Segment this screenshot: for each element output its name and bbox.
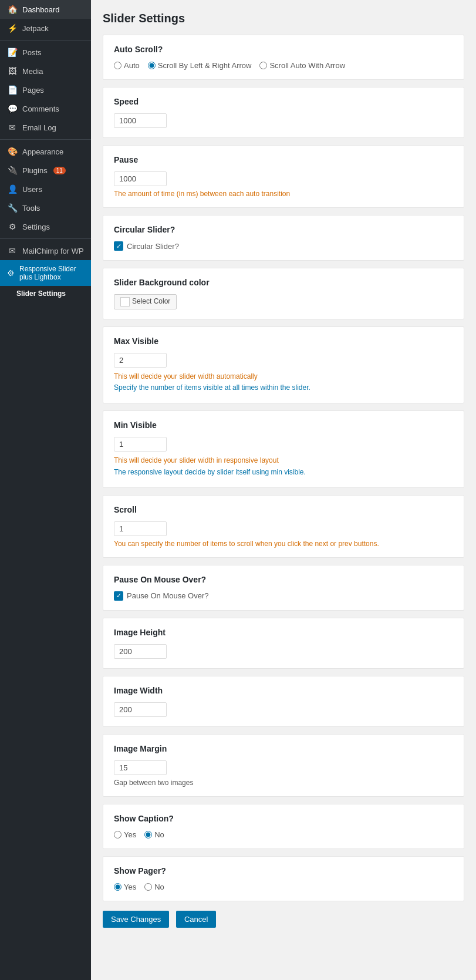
plugins-icon: 🔌 [7,166,18,175]
radio-scroll-auto-arrow[interactable] [259,62,267,69]
pause-mouse-over-title: Pause On Mouse Over? [114,575,453,584]
max-visible-help-line2: Specify the number of items visible at a… [114,382,453,393]
comments-icon: 💬 [7,104,18,113]
section-circular-slider: Circular Slider? ✓ Circular Slider? [103,215,464,261]
pause-help: The amount of time (in ms) between each … [114,190,453,198]
show-pager-no[interactable]: No [144,883,164,891]
max-visible-help-line1: This will decide your slider width autom… [114,371,453,382]
auto-scroll-scroll-lr[interactable]: Scroll By Left & Right Arrow [148,61,252,70]
save-button[interactable]: Save Changes [103,911,169,928]
sidebar-item-appearance[interactable]: 🎨 Appearance [0,142,91,161]
section-max-visible: Max Visible This will decide your slider… [103,326,464,403]
image-height-input[interactable] [114,644,167,659]
section-show-caption: Show Caption? Yes No [103,804,464,849]
section-background-color: Slider Background color Select Color [103,268,464,319]
auto-scroll-auto[interactable]: Auto [114,61,140,70]
jetpack-icon: ⚡ [7,23,18,33]
speed-input[interactable] [114,113,167,128]
page-title: Slider Settings [103,12,464,25]
show-caption-title: Show Caption? [114,814,453,823]
sidebar-item-responsive-slider[interactable]: ⚙ Responsive Slider plus Lightbox [0,260,91,286]
sidebar-item-posts[interactable]: 📝 Posts [0,43,91,62]
radio-caption-yes[interactable] [114,831,121,838]
pause-input[interactable] [114,171,167,186]
sidebar-item-plugins[interactable]: 🔌 Plugins 11 [0,161,91,180]
sidebar-item-settings[interactable]: ⚙ Settings [0,217,91,236]
circular-slider-title: Circular Slider? [114,225,453,234]
radio-auto[interactable] [114,62,121,69]
section-scroll: Scroll You can specify the number of ite… [103,495,464,558]
show-caption-yes[interactable]: Yes [114,830,136,839]
show-caption-options: Yes No [114,830,453,839]
section-pause-mouse-over: Pause On Mouse Over? ✓ Pause On Mouse Ov… [103,565,464,611]
show-pager-options: Yes No [114,883,453,891]
sidebar-item-jetpack[interactable]: ⚡ Jetpack [0,19,91,38]
appearance-icon: 🎨 [7,147,18,156]
pages-icon: 📄 [7,85,18,95]
mailchimp-icon: ✉ [7,246,18,255]
speed-title: Speed [114,97,453,106]
section-min-visible: Min Visible This will decide your slider… [103,410,464,487]
min-visible-help-line2: The responsive layout decide by slider i… [114,467,453,478]
posts-icon: 📝 [7,48,18,57]
background-color-title: Slider Background color [114,278,453,287]
section-pause: Pause The amount of time (in ms) between… [103,145,464,208]
pause-title: Pause [114,155,453,164]
circular-slider-checkbox[interactable]: ✓ [114,241,123,251]
plugins-badge: 11 [53,167,66,174]
section-image-width: Image Width [103,676,464,727]
radio-caption-no[interactable] [144,831,152,838]
section-image-height: Image Height [103,618,464,669]
section-show-pager: Show Pager? Yes No [103,856,464,901]
pause-mouse-over-checkbox-label[interactable]: ✓ Pause On Mouse Over? [114,591,453,601]
sidebar-submenu-slider-settings[interactable]: Slider Settings [0,286,91,301]
min-visible-help: This will decide your slider width in re… [114,455,453,477]
circular-slider-checkbox-label[interactable]: ✓ Circular Slider? [114,241,453,251]
sidebar-item-mailchimp[interactable]: ✉ MailChimp for WP [0,241,91,260]
show-pager-yes[interactable]: Yes [114,883,136,891]
select-color-button[interactable]: Select Color [114,294,177,309]
cancel-button[interactable]: Cancel [176,911,216,928]
image-margin-help: Gap between two images [114,779,453,787]
min-visible-title: Min Visible [114,420,453,430]
image-width-input[interactable] [114,702,167,717]
color-swatch [120,297,130,307]
radio-scroll-lr[interactable] [148,62,156,69]
users-icon: 👤 [7,184,18,194]
radio-pager-no[interactable] [144,883,152,891]
sidebar-item-email-log[interactable]: ✉ Email Log [0,118,91,137]
scroll-input[interactable] [114,521,167,536]
image-margin-input[interactable] [114,760,167,775]
sidebar-item-tools[interactable]: 🔧 Tools [0,198,91,217]
auto-scroll-options: Auto Scroll By Left & Right Arrow Scroll… [114,61,453,70]
scroll-title: Scroll [114,505,453,514]
radio-pager-yes[interactable] [114,883,121,891]
show-caption-no[interactable]: No [144,830,164,839]
sidebar-item-comments[interactable]: 💬 Comments [0,99,91,118]
section-speed: Speed [103,87,464,138]
min-visible-help-line1: This will decide your slider width in re… [114,455,453,466]
sidebar-item-media[interactable]: 🖼 Media [0,62,91,80]
sidebar-item-users[interactable]: 👤 Users [0,180,91,198]
dashboard-icon: 🏠 [7,5,18,14]
auto-scroll-title: Auto Scroll? [114,45,453,54]
tools-icon: 🔧 [7,203,18,213]
media-icon: 🖼 [7,66,18,76]
min-visible-input[interactable] [114,437,167,452]
image-height-title: Image Height [114,628,453,637]
responsive-slider-icon: ⚙ [7,268,15,278]
image-width-title: Image Width [114,686,453,695]
max-visible-input[interactable] [114,353,167,368]
section-image-margin: Image Margin Gap between two images [103,734,464,797]
sidebar-item-dashboard[interactable]: 🏠 Dashboard [0,0,91,19]
section-auto-scroll: Auto Scroll? Auto Scroll By Left & Right… [103,35,464,80]
main-content: Slider Settings Auto Scroll? Auto Scroll… [91,0,476,980]
max-visible-help: This will decide your slider width autom… [114,371,453,393]
pause-mouse-over-checkbox[interactable]: ✓ [114,591,123,601]
image-margin-title: Image Margin [114,744,453,753]
max-visible-title: Max Visible [114,336,453,346]
sidebar-item-pages[interactable]: 📄 Pages [0,80,91,99]
sidebar: 🏠 Dashboard ⚡ Jetpack 📝 Posts 🖼 Media 📄 … [0,0,91,980]
auto-scroll-scroll-auto-arrow[interactable]: Scroll Auto With Arrow [259,61,345,70]
show-pager-title: Show Pager? [114,866,453,875]
